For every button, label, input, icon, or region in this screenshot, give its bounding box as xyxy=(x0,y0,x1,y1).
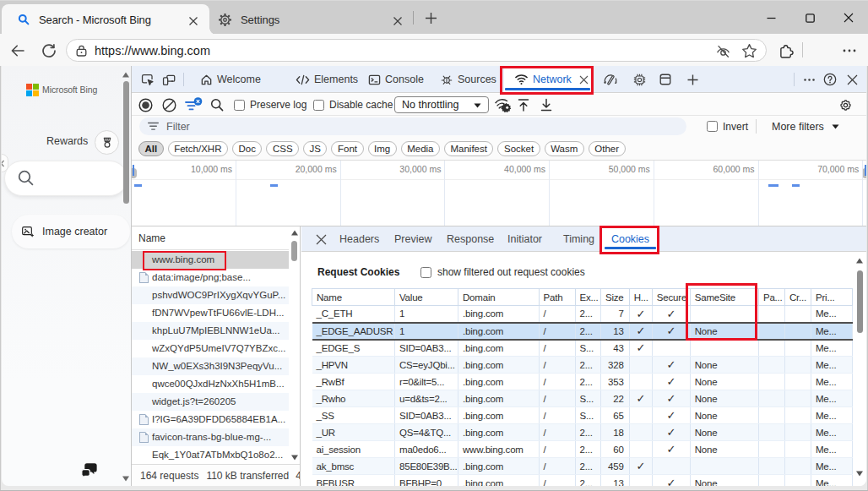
feedback-icon[interactable] xyxy=(80,461,98,478)
settings-menu-icon[interactable] xyxy=(839,41,860,61)
requests-header[interactable]: Name xyxy=(132,226,300,250)
tab-close-icon[interactable] xyxy=(187,14,200,28)
preserve-log-checkbox[interactable] xyxy=(234,100,245,111)
cookie-row[interactable]: _URQS=4&TQ....bing.com/2...18✓NoneMe... xyxy=(312,424,853,441)
scroll-down-icon[interactable] xyxy=(122,475,130,483)
tab-settings[interactable]: Settings xyxy=(209,4,409,35)
tab-console[interactable]: Console xyxy=(358,66,434,93)
cookie-row[interactable]: _Rwhou=d&ts=2....bing.com/S...22✓✓NoneMe… xyxy=(312,390,853,407)
cookie-row[interactable]: _SSSID=0AB3....bing.com/S...65✓NoneMe... xyxy=(312,407,853,424)
devtools-close-icon[interactable] xyxy=(844,72,860,87)
column-header[interactable]: Secure xyxy=(652,289,690,306)
show-filtered-checkbox[interactable] xyxy=(420,267,431,278)
request-row[interactable]: qwce00QJxdHzNxXh5H1mB... xyxy=(132,375,300,393)
cookie-row[interactable]: BFBUSRBFBHP=0.bing.com/2...13✓NoneMe... xyxy=(312,475,853,487)
disable-cache-checkbox[interactable] xyxy=(313,100,324,111)
memory-chip-icon[interactable] xyxy=(632,72,647,87)
column-header[interactable]: Cr... xyxy=(784,289,811,306)
devtools-menu-icon[interactable] xyxy=(801,72,816,87)
details-tab-headers[interactable]: Headers xyxy=(339,226,379,252)
tab-elements[interactable]: Elements xyxy=(285,66,368,93)
cookie-row[interactable]: _RwBfr=0&ilt=5....bing.com/2...353✓NoneM… xyxy=(312,374,853,390)
more-filters-button[interactable]: More filters xyxy=(772,116,839,137)
close-panel-icon[interactable] xyxy=(579,75,589,85)
back-button[interactable] xyxy=(8,41,28,61)
performance-gauge-icon[interactable] xyxy=(603,72,618,87)
chip-font[interactable]: Font xyxy=(331,141,363,156)
request-row[interactable]: fDN7WVpewTtFU66vlE-LDH... xyxy=(132,304,300,322)
chip-js[interactable]: JS xyxy=(303,141,327,156)
network-overview-timeline[interactable]: 10,000 ms20,000 ms30,000 ms40,000 ms50,0… xyxy=(132,161,866,226)
tracking-prevention-icon[interactable] xyxy=(715,43,731,59)
import-har-icon[interactable] xyxy=(517,94,530,116)
request-row[interactable]: I?IG=6A39DFDD65884EB1A... xyxy=(132,411,300,428)
show-filtered-option[interactable]: show filtered out request cookies xyxy=(420,266,585,278)
rewards-trophy-icon[interactable] xyxy=(95,130,119,155)
devtools-help-icon[interactable] xyxy=(822,72,838,87)
page-scrollbar-thumb[interactable] xyxy=(123,81,129,204)
tab-welcome[interactable]: Welcome xyxy=(190,66,271,93)
request-row[interactable]: khpLuU7MpIEBLNNW1eUa... xyxy=(132,322,300,340)
chip-media[interactable]: Media xyxy=(401,141,440,156)
invert-option[interactable]: Invert xyxy=(707,116,748,137)
chip-wasm[interactable]: Wasm xyxy=(545,141,584,156)
requests-scrollbar[interactable] xyxy=(289,226,300,464)
tab-sources[interactable]: Sources xyxy=(430,66,507,93)
close-details-icon[interactable] xyxy=(315,233,328,246)
more-tabs-plus-icon[interactable] xyxy=(685,72,700,87)
request-row[interactable]: data:image/png;base... xyxy=(132,269,300,286)
column-header[interactable]: SameSite xyxy=(690,289,758,306)
inspect-element-icon[interactable] xyxy=(139,72,155,87)
chip-doc[interactable]: Doc xyxy=(232,141,262,156)
column-header[interactable]: Ex... xyxy=(575,289,600,306)
chip-other[interactable]: Other xyxy=(589,141,626,156)
request-row[interactable]: favicon-trans-bg-blue-mg-... xyxy=(132,428,300,446)
details-tab-timing[interactable]: Timing xyxy=(563,226,594,252)
preserve-log-option[interactable]: Preserve log xyxy=(234,94,307,116)
request-row[interactable]: wZxQYdP5UmeIV7Q7YBZxc... xyxy=(132,340,300,357)
column-header[interactable]: Value xyxy=(395,289,458,306)
favorites-star-icon[interactable] xyxy=(741,43,757,59)
network-settings-gear-icon[interactable] xyxy=(838,94,852,116)
filter-input[interactable]: Filter xyxy=(139,117,686,135)
column-header[interactable]: Size xyxy=(600,289,629,306)
page-scrollbar[interactable] xyxy=(121,66,131,486)
tab-close-icon[interactable] xyxy=(391,14,404,28)
network-search-icon[interactable] xyxy=(210,94,224,116)
chip-socket[interactable]: Socket xyxy=(497,141,540,156)
column-header[interactable]: Pa... xyxy=(758,289,784,306)
request-row[interactable]: NW_w0EXs3h3I9N3PeqyVu... xyxy=(132,357,300,375)
chip-all[interactable]: All xyxy=(138,141,164,156)
column-header[interactable]: Pri... xyxy=(811,289,852,306)
column-header[interactable]: Domain xyxy=(458,289,540,306)
details-tab-cookies[interactable]: Cookies xyxy=(601,226,659,252)
details-tab-preview[interactable]: Preview xyxy=(394,226,431,252)
requests-scrollbar-thumb[interactable] xyxy=(291,241,297,261)
network-conditions-icon[interactable] xyxy=(494,94,513,116)
cookie-row[interactable]: _HPVNCS=eyJQbi....bing.com/2...328✓NoneM… xyxy=(312,357,853,374)
cookie-row[interactable]: ai_sessionma0edo6...www.bing.com/2...60✓… xyxy=(312,441,853,458)
chip-manifest[interactable]: Manifest xyxy=(444,141,493,156)
disable-cache-option[interactable]: Disable cache xyxy=(313,94,393,116)
application-panel-icon[interactable] xyxy=(658,72,673,87)
request-row[interactable]: widget.js?t=260205 xyxy=(132,393,300,411)
record-button[interactable] xyxy=(138,94,153,116)
refresh-button[interactable] xyxy=(39,41,59,61)
chip-css[interactable]: CSS xyxy=(266,141,299,156)
new-tab-button[interactable] xyxy=(420,9,441,26)
request-row[interactable]: pshvdWOC9PrIXygXqvYGuP... xyxy=(132,286,300,304)
cookie-row[interactable]: ak_bmsc85E80E39B....bing.com/2...459✓Me.… xyxy=(312,458,853,475)
request-row[interactable]: www.bing.com xyxy=(132,251,300,269)
invert-checkbox[interactable] xyxy=(707,121,718,132)
request-row[interactable]: Eqk_1Y0at7ATbMxbQ1o8o2... xyxy=(132,446,300,464)
device-emulation-icon[interactable] xyxy=(160,72,176,87)
column-header[interactable]: H... xyxy=(629,289,652,306)
close-window-button[interactable] xyxy=(829,1,868,35)
cookie-row[interactable]: _EDGE_SSID=0AB3....bing.com/S...43✓Me... xyxy=(312,340,853,357)
url-field[interactable]: https://www.bing.com xyxy=(66,39,767,62)
column-header[interactable]: Path xyxy=(539,289,575,306)
chip-img[interactable]: Img xyxy=(368,141,397,156)
extensions-puzzle-icon[interactable] xyxy=(775,41,795,61)
details-scrollbar[interactable] xyxy=(854,253,865,486)
minimize-button[interactable] xyxy=(751,1,790,35)
